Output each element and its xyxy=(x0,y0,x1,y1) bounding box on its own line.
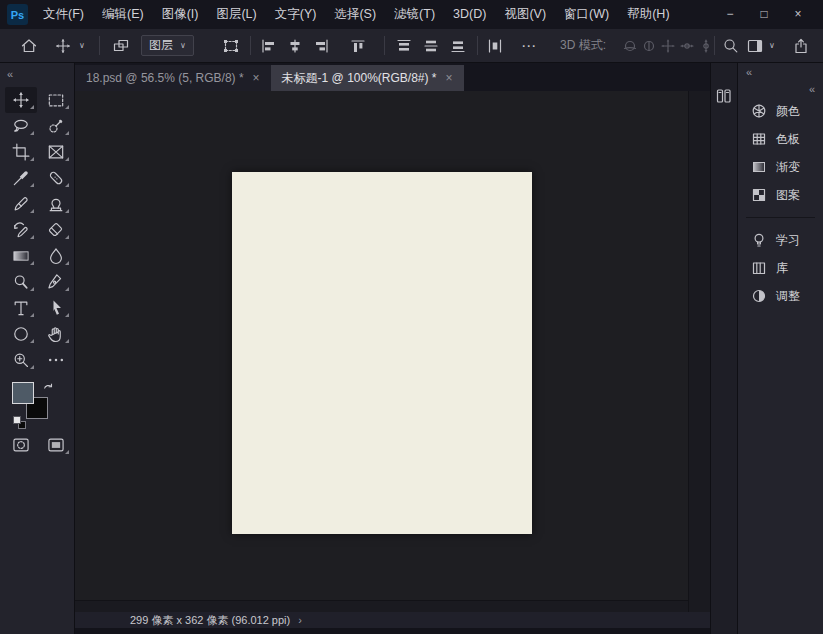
edit-toolbar-button[interactable] xyxy=(40,347,72,373)
menu-type[interactable]: 文字(Y) xyxy=(266,0,326,29)
spot-healing-brush-tool[interactable] xyxy=(40,165,72,191)
3d-slide-button[interactable] xyxy=(679,29,695,62)
minimize-button[interactable]: − xyxy=(713,0,747,29)
menu-layer[interactable]: 图层(L) xyxy=(207,0,265,29)
auto-select-target-label: 图层 xyxy=(149,37,173,54)
status-bar-chevron-icon[interactable]: › xyxy=(298,614,302,626)
crop-tool[interactable] xyxy=(5,139,37,165)
document-tab-18psd[interactable]: 18.psd @ 56.5% (5, RGB/8) * × xyxy=(75,65,271,91)
menu-3d[interactable]: 3D(D) xyxy=(444,0,495,29)
frame-tool-icon xyxy=(46,142,66,162)
align-left-edges-button[interactable] xyxy=(260,29,276,62)
move-tool[interactable] xyxy=(5,87,37,113)
distribute-top-edges-button[interactable] xyxy=(396,29,412,62)
frame-tool[interactable] xyxy=(40,139,72,165)
3d-orbit-button[interactable] xyxy=(622,29,638,62)
distribute-bottom-edges-button[interactable] xyxy=(450,29,466,62)
auto-select-target-dropdown[interactable]: 图层 ∨ xyxy=(141,35,194,56)
panel-item-libraries[interactable]: 库 xyxy=(738,254,823,282)
collapse-tools-chevrons-icon[interactable]: « xyxy=(0,63,74,87)
options-separator xyxy=(714,36,715,55)
pattern-checker-icon xyxy=(751,187,767,203)
menu-file[interactable]: 文件(F) xyxy=(34,0,93,29)
document-tab-untitled-1[interactable]: 未标题-1 @ 100%(RGB/8#) * × xyxy=(271,65,464,91)
dock-collapse-chevrons-icon[interactable]: « xyxy=(738,63,823,80)
brush-tool[interactable] xyxy=(5,191,37,217)
main-area: « xyxy=(0,63,823,634)
show-transform-controls-toggle[interactable] xyxy=(222,29,240,62)
distribute-vertical-centers-button[interactable] xyxy=(423,29,439,62)
share-button[interactable] xyxy=(792,29,810,62)
panel-item-adjustments[interactable]: 调整 xyxy=(738,282,823,310)
tool-preset-chevron-icon[interactable]: ∨ xyxy=(79,29,85,62)
foreground-color-swatch[interactable] xyxy=(12,382,34,404)
menu-edit[interactable]: 编辑(E) xyxy=(93,0,153,29)
home-button[interactable] xyxy=(20,29,38,62)
workspace-switcher[interactable]: ∨ xyxy=(746,29,775,62)
history-brush-tool[interactable] xyxy=(5,217,37,243)
close-button[interactable]: × xyxy=(781,0,815,29)
distribute-spacing-button[interactable] xyxy=(487,29,503,62)
more-align-options-button[interactable]: ⋯ xyxy=(521,29,536,62)
dodge-tool[interactable] xyxy=(5,269,37,295)
swap-colors-icon[interactable] xyxy=(42,381,55,394)
current-tool-button[interactable] xyxy=(54,29,72,62)
clone-stamp-tool[interactable] xyxy=(40,191,72,217)
vertical-scrollbar[interactable] xyxy=(688,91,710,612)
pen-tool[interactable] xyxy=(40,269,72,295)
search-button[interactable] xyxy=(722,29,739,62)
eraser-tool[interactable] xyxy=(40,217,72,243)
maximize-button[interactable]: □ xyxy=(747,0,781,29)
menu-window[interactable]: 窗口(W) xyxy=(555,0,618,29)
menu-help[interactable]: 帮助(H) xyxy=(618,0,678,29)
collapsed-panel-strip xyxy=(710,63,737,634)
document-canvas[interactable] xyxy=(232,172,532,534)
panel-item-patterns[interactable]: 图案 xyxy=(738,181,823,209)
tools-grid xyxy=(0,87,74,373)
distribute-spacing-icon xyxy=(487,38,503,54)
menu-select[interactable]: 选择(S) xyxy=(325,0,385,29)
horizontal-scrollbar[interactable] xyxy=(75,600,688,612)
ellipse-tool[interactable] xyxy=(5,321,37,347)
3d-slide-icon xyxy=(679,38,695,54)
panel-item-label: 库 xyxy=(776,260,788,277)
menu-filter[interactable]: 滤镜(T) xyxy=(385,0,444,29)
blur-tool[interactable] xyxy=(40,243,72,269)
zoom-tool[interactable] xyxy=(5,347,37,373)
rectangular-marquee-tool[interactable] xyxy=(40,87,72,113)
align-horizontal-centers-button[interactable] xyxy=(287,29,303,62)
type-tool[interactable] xyxy=(5,295,37,321)
panel-item-gradients[interactable]: 渐变 xyxy=(738,153,823,181)
tab-close-icon[interactable]: × xyxy=(253,71,260,85)
3d-drag-button[interactable] xyxy=(660,29,676,62)
3d-scale-button[interactable] xyxy=(698,29,714,62)
path-selection-tool[interactable] xyxy=(40,295,72,321)
align-right-edges-button[interactable] xyxy=(314,29,330,62)
gradient-tool[interactable] xyxy=(5,243,37,269)
dodge-tool-icon xyxy=(11,272,31,292)
3d-roll-button[interactable] xyxy=(641,29,657,62)
canvas-pasteboard[interactable] xyxy=(75,91,710,612)
panel-group-collapse-chevrons-icon[interactable]: « xyxy=(738,80,823,97)
panel-group-divider xyxy=(746,217,815,218)
eyedropper-tool[interactable] xyxy=(5,165,37,191)
quick-mask-button[interactable] xyxy=(5,432,37,458)
default-colors-icon[interactable] xyxy=(13,416,27,430)
panel-item-color[interactable]: 颜色 xyxy=(738,97,823,125)
lasso-tool[interactable] xyxy=(5,113,37,139)
options-separator xyxy=(99,36,100,55)
menu-image[interactable]: 图像(I) xyxy=(153,0,208,29)
history-brush-icon xyxy=(11,220,31,240)
panel-item-label: 色板 xyxy=(776,131,800,148)
menu-view[interactable]: 视图(V) xyxy=(495,0,555,29)
align-top-edges-button[interactable] xyxy=(350,29,366,62)
screen-mode-button[interactable] xyxy=(40,432,72,458)
panel-item-learn[interactable]: 学习 xyxy=(738,226,823,254)
quick-selection-tool[interactable] xyxy=(40,113,72,139)
panel-item-swatches[interactable]: 色板 xyxy=(738,125,823,153)
tab-close-icon[interactable]: × xyxy=(446,71,453,85)
hand-tool[interactable] xyxy=(40,321,72,347)
learn-bulb-icon xyxy=(751,232,767,248)
collapsed-panels-icon[interactable] xyxy=(715,87,733,105)
auto-select-toggle[interactable] xyxy=(112,29,130,62)
